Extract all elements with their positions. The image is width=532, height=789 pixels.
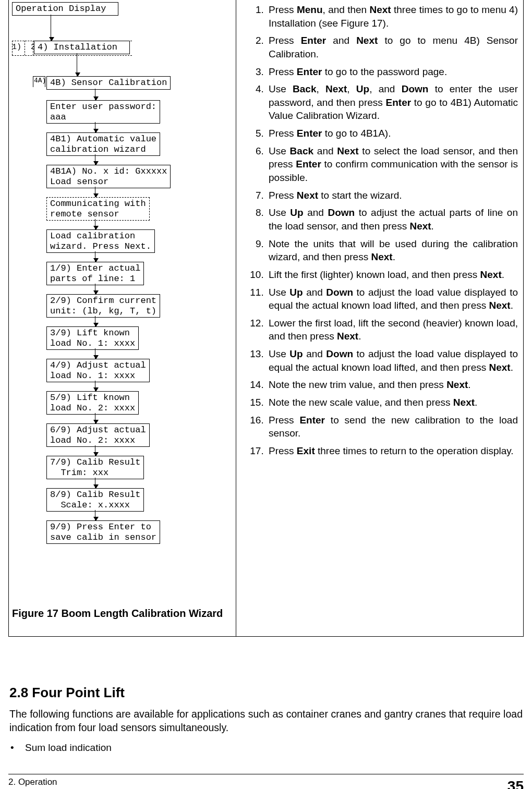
- instruction-step: Note the units that will be used during …: [267, 237, 518, 264]
- arrow-icon: [95, 316, 95, 326]
- section-heading: 2.8 Four Point Lift: [9, 684, 523, 702]
- arrow-icon: [95, 478, 95, 488]
- arrow-icon: [95, 445, 95, 456]
- instruction-step: Press Menu, and then Next three times to…: [267, 3, 518, 30]
- section-paragraph: The following functions are available fo…: [9, 707, 523, 735]
- box-step4: 4/9) Adjust actual load No. 1: xxxx: [46, 359, 150, 382]
- instruction-step: Use Back and Next to select the load sen…: [267, 144, 518, 185]
- instruction-step: Press Enter and Next to go to menu 4B) S…: [267, 34, 518, 60]
- arrow-icon: [95, 219, 95, 229]
- box-4b1: 4B1) Automatic value calibration wizard: [46, 132, 160, 156]
- box-enter-password: Enter user password: aaa: [46, 100, 160, 124]
- instruction-step: Lower the first load, lift the second (h…: [267, 317, 518, 343]
- bullet-list: Sum load indication: [9, 741, 523, 755]
- box-communicating: Communicating with remote sensor: [46, 197, 150, 221]
- box-step6: 6/9) Adjust actual load No. 2: xxxx: [46, 423, 150, 447]
- box-load-wizard: Load calibration wizard. Press Next.: [46, 229, 155, 253]
- box-step3: 3/9) Lift known load No. 1: xxxx: [46, 326, 139, 350]
- arrow-icon: [95, 510, 95, 520]
- box-operation-display: Operation Display: [12, 2, 118, 16]
- instruction-step: Note the new trim value, and then press …: [267, 378, 518, 392]
- instruction-step: Use Up and Down to adjust the actual par…: [267, 206, 518, 233]
- figure-caption: Figure 17 Boom Length Calibration Wizard: [12, 606, 223, 621]
- section-2-8: 2.8 Four Point Lift The following functi…: [8, 684, 524, 754]
- instruction-step: Lift the first (lighter) known load, and…: [267, 268, 518, 282]
- instruction-step: Press Enter to send the new calibration …: [267, 414, 518, 440]
- arrow-icon: [95, 154, 95, 165]
- box-step8: 8/9) Calib Result Scale: x.xxxx: [46, 488, 144, 512]
- box-4b1a: 4B1A) No. x id: Gxxxxx Load sensor: [46, 165, 171, 188]
- arrow-icon: [95, 251, 95, 262]
- box-step5: 5/9) Lift known load No. 2: xxxx: [46, 391, 139, 415]
- page-footer: 2. Operation 35: [8, 774, 524, 789]
- arrow-icon: [95, 381, 95, 391]
- arrow-icon: [77, 53, 77, 76]
- instruction-list: Press Menu, and then Next three times to…: [246, 3, 518, 458]
- arrow-icon: [51, 15, 51, 41]
- box-step1: 1/9) Enter actual parts of line: 1: [46, 262, 144, 285]
- instruction-step: Press Exit three times to return to the …: [267, 444, 518, 458]
- instruction-step: Use Up and Down to adjust the load value…: [267, 286, 518, 312]
- box-step9: 9/9) Press Enter to save calib in sensor: [46, 520, 160, 544]
- arrow-icon: [95, 187, 95, 197]
- arrow-icon: [95, 89, 95, 100]
- instruction-step: Press Enter to go to the password page.: [267, 65, 518, 79]
- arrow-icon: [95, 284, 95, 294]
- arrow-icon: [95, 122, 95, 132]
- instructions-column: Press Menu, and then Next three times to…: [236, 0, 523, 636]
- flowchart-column: Operation Display 1) 2) 3) 4) Installati…: [9, 0, 236, 636]
- page-number: 35: [507, 776, 524, 789]
- box-step7: 7/9) Calib Result Trim: xxx: [46, 456, 144, 479]
- instruction-step: Use Up and Down to adjust the load value…: [267, 347, 518, 374]
- box-4b-sensor-calibration: 4B) Sensor Calibration: [46, 76, 171, 90]
- instruction-step: Use Back, Next, Up, and Down to enter th…: [267, 82, 518, 123]
- list-item: Sum load indication: [9, 741, 523, 755]
- flowchart: Operation Display 1) 2) 3) 4) Installati…: [9, 1, 236, 585]
- arrow-icon: [95, 413, 95, 423]
- instruction-step: Note the new scale value, and then press…: [267, 396, 518, 409]
- box-installation: 4) Installation: [34, 41, 130, 54]
- footer-left: 2. Operation: [8, 776, 57, 789]
- instruction-step: Press Enter to go to 4B1A).: [267, 127, 518, 140]
- two-column-container: Operation Display 1) 2) 3) 4) Installati…: [8, 0, 524, 637]
- arrow-icon: [95, 348, 95, 359]
- instruction-step: Press Next to start the wizard.: [267, 189, 518, 202]
- box-step2: 2/9) Confirm current unit: (lb, kg, T, t…: [46, 294, 160, 318]
